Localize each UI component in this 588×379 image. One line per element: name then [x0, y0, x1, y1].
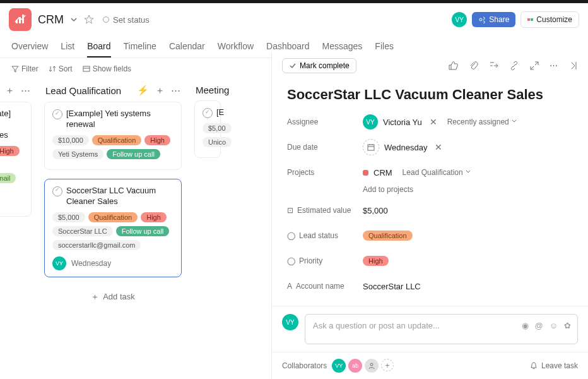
- mark-complete-button[interactable]: Mark complete: [282, 58, 356, 73]
- svg-point-6: [370, 363, 373, 366]
- add-collaborator-button[interactable]: ＋: [381, 359, 394, 371]
- tab-board[interactable]: Board: [87, 36, 110, 57]
- app-icon: [9, 8, 32, 31]
- task-title[interactable]: SoccerStar LLC Vacuum Cleaner Sales: [287, 87, 573, 103]
- set-status-button[interactable]: Set status: [103, 15, 150, 25]
- expand-icon[interactable]: [529, 61, 539, 71]
- tab-calendar[interactable]: Calendar: [169, 36, 205, 57]
- dropdown-icon: ◯: [287, 256, 295, 265]
- comment-avatar: VY: [282, 314, 298, 330]
- mention-icon[interactable]: @: [535, 321, 543, 330]
- pill-value: $5,000: [52, 212, 85, 222]
- customize-button[interactable]: Customize: [520, 11, 579, 28]
- show-fields-label: Show fields: [93, 64, 131, 73]
- calendar-icon[interactable]: [363, 139, 379, 155]
- pill-next: Follow up email: [0, 173, 16, 183]
- card-email: soccerstarllc@gmail.com: [52, 240, 141, 250]
- collaborator-avatar[interactable]: ab: [348, 359, 362, 373]
- card-title: [Example] Yeti systems renewal: [66, 109, 173, 130]
- sort-button[interactable]: Sort: [49, 64, 73, 73]
- tab-workflow[interactable]: Workflow: [218, 36, 254, 57]
- chevron-down-icon[interactable]: [70, 16, 78, 23]
- tab-list[interactable]: List: [61, 36, 74, 57]
- tab-overview[interactable]: Overview: [11, 36, 48, 57]
- leave-task-button[interactable]: Leave task: [529, 361, 578, 370]
- tab-timeline[interactable]: Timeline: [124, 36, 156, 57]
- complete-circle-icon[interactable]: [52, 186, 62, 196]
- add-task-label: Add task: [103, 292, 135, 301]
- board-card[interactable]: ed to template] SoccerStar Cleaner Sales…: [0, 102, 32, 217]
- recently-assigned-dropdown[interactable]: Recently assigned: [447, 117, 517, 126]
- collaborator-avatar[interactable]: [365, 359, 379, 373]
- bell-icon: [529, 361, 538, 370]
- card-title: ed to template] SoccerStar Cleaner Sales: [0, 109, 23, 141]
- subtask-icon[interactable]: [489, 61, 499, 71]
- priority-value[interactable]: High: [363, 256, 389, 266]
- more-icon[interactable]: ⋯: [171, 85, 180, 97]
- lead-status-label: Lead status: [299, 231, 338, 240]
- account-label: Account name: [296, 282, 344, 291]
- column-title: Lead Qualification: [45, 85, 121, 96]
- appreciation-icon[interactable]: ✿: [564, 321, 571, 330]
- show-fields-button[interactable]: Show fields: [83, 64, 131, 73]
- board-column: Lead Qualification ⚡ ＋ ⋯ [Example] Yeti …: [42, 80, 184, 308]
- share-label: Share: [489, 15, 509, 24]
- pill-priority: High: [144, 135, 170, 145]
- board-card[interactable]: [E $5,00 Unico: [194, 100, 221, 158]
- like-icon[interactable]: [449, 61, 459, 71]
- board-column: Meeting [E $5,00 Unico: [192, 80, 223, 308]
- bolt-icon[interactable]: ⚡: [137, 85, 149, 97]
- pill-next: Follow up call: [107, 149, 160, 159]
- more-icon[interactable]: ⋯: [21, 85, 30, 97]
- user-avatar[interactable]: VY: [452, 12, 467, 27]
- dropdown-icon: ◯: [287, 231, 295, 240]
- pill-status: Qualification: [88, 212, 138, 222]
- account-value[interactable]: SoccerStar LLC: [363, 282, 421, 291]
- complete-circle-icon[interactable]: [203, 108, 213, 118]
- pill-value: $5,00: [203, 123, 232, 133]
- share-button[interactable]: Share: [472, 12, 515, 27]
- add-task-button[interactable]: ＋ Add task: [0, 226, 34, 247]
- card-title: SoccerStar LLC Vacuum Cleaner Sales: [66, 186, 173, 207]
- add-card-icon[interactable]: ＋: [5, 85, 15, 97]
- sort-label: Sort: [59, 64, 73, 73]
- project-name[interactable]: CRM: [373, 168, 392, 177]
- more-icon[interactable]: ⋯: [550, 61, 558, 71]
- status-circle-icon: [103, 16, 109, 23]
- remove-assignee-icon[interactable]: ✕: [430, 117, 437, 127]
- project-column-dropdown[interactable]: Lead Qualification: [403, 168, 471, 177]
- pill-priority: High: [141, 212, 167, 222]
- column-title: Meeting: [196, 85, 229, 95]
- collaborators-label: Collaborators: [282, 361, 327, 370]
- due-date-value[interactable]: Wednesday: [384, 143, 427, 152]
- remove-due-icon[interactable]: ✕: [435, 142, 442, 152]
- comment-input[interactable]: Ask a question or post an update... ◉ @ …: [305, 314, 578, 344]
- add-card-icon[interactable]: ＋: [155, 85, 165, 97]
- emoji-icon[interactable]: ☺: [550, 321, 558, 330]
- add-task-button[interactable]: ＋ Add task: [42, 286, 184, 308]
- close-panel-icon[interactable]: [568, 61, 578, 71]
- est-value[interactable]: $5,000: [363, 206, 388, 215]
- plus-icon: ＋: [91, 291, 99, 303]
- link-icon[interactable]: [509, 61, 519, 71]
- add-to-projects-link[interactable]: Add to projects: [363, 185, 573, 194]
- status-label: Set status: [113, 15, 150, 25]
- complete-circle-icon[interactable]: [52, 109, 62, 119]
- star-icon[interactable]: [84, 15, 94, 25]
- projects-label: Projects: [287, 168, 363, 177]
- assignee-avatar[interactable]: VY: [363, 114, 378, 129]
- lead-status-value[interactable]: Qualification: [363, 231, 413, 241]
- record-icon[interactable]: ◉: [522, 321, 529, 330]
- pill-value: $10,000: [52, 135, 89, 145]
- card-email: gmail.com: [0, 187, 23, 195]
- board-card[interactable]: SoccerStar LLC Vacuum Cleaner Sales $5,0…: [44, 179, 182, 277]
- collaborator-avatar[interactable]: VY: [332, 359, 346, 373]
- board-column: ⚡ ＋ ⋯ ed to template] SoccerStar Cleaner…: [0, 80, 34, 308]
- filter-button[interactable]: Filter: [11, 64, 38, 73]
- project-color-icon: [363, 170, 368, 176]
- board-card[interactable]: [Example] Yeti systems renewal $10,000 Q…: [44, 102, 182, 170]
- assignee-label: Assignee: [287, 117, 363, 126]
- attachment-icon[interactable]: [469, 61, 479, 71]
- assignee-name[interactable]: Victoria Yu: [383, 117, 422, 127]
- svg-rect-2: [368, 145, 374, 150]
